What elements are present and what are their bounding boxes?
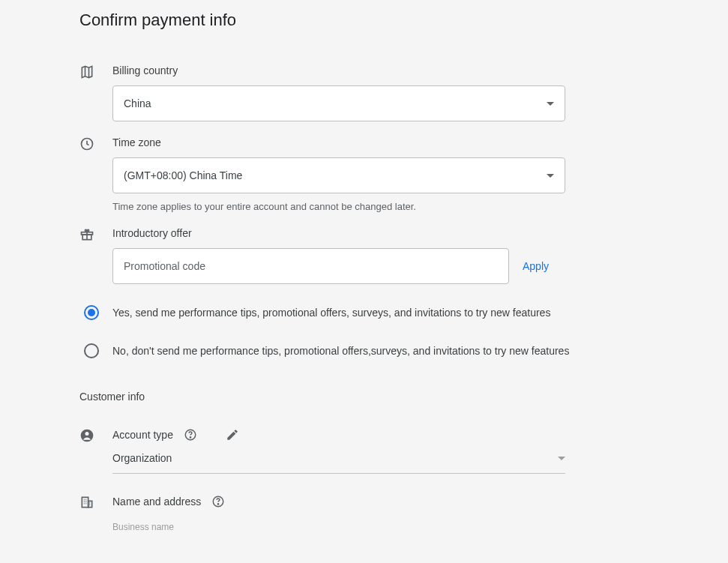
- radio-checked-icon: [84, 305, 99, 320]
- svg-rect-7: [82, 497, 88, 507]
- billing-country-label: Billing country: [112, 64, 565, 76]
- timezone-value: (GMT+08:00) China Time: [124, 169, 242, 181]
- account-type-select[interactable]: Organization: [112, 452, 565, 474]
- offer-label: Introductory offer: [112, 227, 565, 239]
- pencil-icon[interactable]: [226, 428, 239, 442]
- clock-icon: [79, 136, 94, 151]
- tips-no-label: No, don't send me performance tips, prom…: [112, 343, 569, 359]
- chevron-down-icon: [558, 457, 565, 460]
- timezone-helper: Time zone applies to your entire account…: [112, 201, 565, 212]
- building-icon: [79, 495, 94, 510]
- person-icon: [79, 428, 94, 443]
- map-icon: [79, 64, 94, 79]
- help-icon[interactable]: [211, 495, 225, 508]
- apply-button[interactable]: Apply: [523, 260, 549, 272]
- chevron-down-icon: [547, 174, 554, 178]
- gift-icon: [79, 227, 94, 242]
- billing-country-value: China: [124, 97, 151, 109]
- help-icon[interactable]: [184, 428, 197, 442]
- account-type-label: Account type: [112, 429, 173, 441]
- tips-no-radio[interactable]: No, don't send me performance tips, prom…: [84, 343, 728, 359]
- radio-unchecked-icon: [84, 343, 99, 358]
- svg-point-6: [190, 437, 190, 438]
- chevron-down-icon: [547, 102, 554, 106]
- page-title: Confirm payment info: [79, 10, 728, 30]
- business-name-label: Business name: [112, 522, 565, 532]
- timezone-select[interactable]: (GMT+08:00) China Time: [112, 157, 565, 193]
- tips-yes-radio[interactable]: Yes, send me performance tips, promotion…: [84, 305, 728, 321]
- name-address-label: Name and address: [112, 496, 201, 508]
- tips-yes-label: Yes, send me performance tips, promotion…: [112, 305, 550, 321]
- svg-point-10: [218, 504, 219, 505]
- billing-country-select[interactable]: China: [112, 85, 565, 121]
- promo-code-input[interactable]: [112, 248, 509, 284]
- timezone-label: Time zone: [112, 136, 565, 148]
- svg-point-4: [85, 432, 89, 436]
- customer-info-heading: Customer info: [79, 391, 728, 403]
- account-type-value: Organization: [112, 452, 172, 464]
